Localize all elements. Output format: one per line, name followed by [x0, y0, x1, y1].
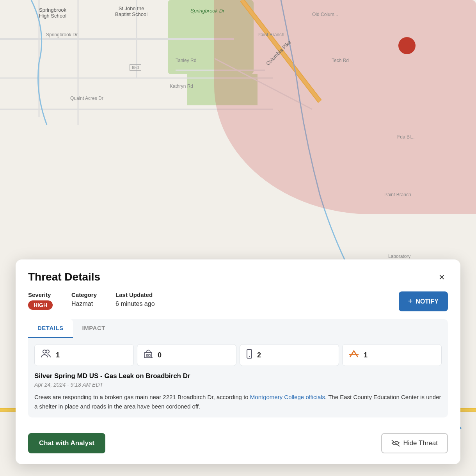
incident-body: Crews are responding to a broken gas mai… — [34, 393, 442, 411]
stat-card-mobile: 2 — [240, 344, 339, 366]
flight-icon — [349, 349, 359, 361]
stat-flight-value: 1 — [364, 351, 368, 359]
notify-label: NOTIFY — [416, 298, 439, 305]
severity-block: Severity HIGH — [28, 291, 53, 310]
category-value: Hazmat — [71, 300, 97, 307]
incident-link[interactable]: Montgomery College officials — [250, 394, 325, 400]
incident-body-before: Crews are responding to a broken gas mai… — [34, 394, 250, 400]
severity-label: Severity — [28, 291, 53, 298]
modal-title: Threat Details — [28, 271, 100, 283]
building-icon — [144, 350, 153, 361]
svg-rect-18 — [146, 355, 148, 356]
category-block: Category Hazmat — [71, 291, 97, 307]
incident-section: Silver Spring MD US - Gas Leak on Broadb… — [28, 372, 448, 411]
hide-threat-label: Hide Threat — [403, 439, 438, 447]
mobile-icon — [246, 349, 252, 361]
severity-row: Severity HIGH Category Hazmat Last Updat… — [28, 291, 448, 311]
tab-details[interactable]: DETAILS — [28, 319, 73, 338]
svg-point-21 — [249, 356, 250, 357]
threat-marker — [398, 37, 416, 54]
people-icon — [41, 350, 51, 361]
stats-row: 1 0 — [28, 338, 448, 366]
svg-rect-17 — [145, 353, 152, 358]
details-panel: DETAILS IMPACT 1 — [28, 319, 448, 417]
tab-impact[interactable]: IMPACT — [73, 319, 115, 338]
modal-header: Threat Details × — [28, 270, 448, 284]
chat-with-analyst-button[interactable]: Chat with Analyst — [28, 433, 105, 453]
modal-footer: Chat with Analyst Hide Threat — [28, 433, 448, 453]
last-updated-block: Last Updated 6 minutes ago — [115, 291, 155, 307]
svg-rect-19 — [149, 355, 150, 356]
category-label: Category — [71, 291, 97, 298]
tabs-container: DETAILS IMPACT — [28, 319, 448, 338]
stat-people-value: 1 — [56, 351, 60, 359]
close-button[interactable]: × — [436, 270, 448, 284]
svg-point-16 — [46, 350, 49, 353]
last-updated-value: 6 minutes ago — [115, 300, 155, 307]
stat-card-flight: 1 — [342, 344, 442, 366]
svg-point-15 — [43, 350, 46, 353]
notify-button[interactable]: + NOTIFY — [399, 291, 448, 311]
stat-card-building: 0 — [137, 344, 236, 366]
plus-icon: + — [408, 297, 413, 306]
stat-mobile-value: 2 — [257, 351, 261, 359]
hide-threat-button[interactable]: Hide Threat — [381, 433, 448, 453]
stat-card-people: 1 — [34, 344, 134, 366]
incident-title: Silver Spring MD US - Gas Leak on Broadb… — [34, 372, 442, 380]
stat-building-value: 0 — [158, 351, 162, 359]
threat-details-modal: Threat Details × Severity HIGH Category … — [16, 259, 460, 464]
severity-badge: HIGH — [28, 300, 53, 310]
incident-date: Apr 24, 2024 - 9:18 AM EDT — [34, 382, 442, 388]
last-updated-label: Last Updated — [115, 291, 155, 298]
hide-icon — [391, 440, 400, 447]
